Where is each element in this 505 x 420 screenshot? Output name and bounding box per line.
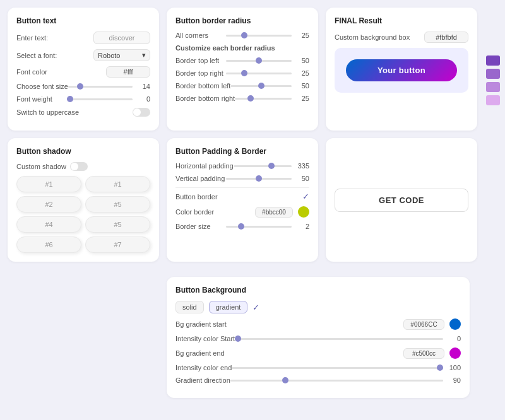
final-result-title: FINAL Result	[335, 16, 468, 25]
intensity-end-slider[interactable]	[232, 367, 443, 369]
enter-text-label: Enter text:	[16, 34, 67, 42]
vertical-padding-value: 50	[295, 175, 309, 182]
color-border-value[interactable]: #bbcc00	[255, 207, 293, 218]
color-border-row: Color border #bbcc00	[175, 206, 309, 218]
bg-gradient-end-row: Bg gradient end #c500cc	[175, 347, 461, 359]
font-weight-label: Font weight	[16, 95, 67, 103]
intensity-end-value: 100	[447, 364, 461, 371]
bg-gradient-end-label: Bg gradient end	[175, 349, 226, 357]
top-left-label: Border top left	[175, 57, 226, 64]
custom-bg-label: Custom background box	[335, 33, 410, 41]
font-color-row: Font color #fff	[16, 66, 150, 78]
border-size-value: 2	[295, 223, 309, 230]
shadow-preset-4[interactable]: #5	[85, 196, 150, 213]
top-right-value: 25	[295, 69, 309, 77]
swatch-pink[interactable]	[486, 95, 500, 105]
shadow-preset-6[interactable]: #5	[85, 216, 150, 233]
bg-gradient-start-dot[interactable]	[449, 318, 461, 330]
font-select-row: Select a font: Roboto ▾	[16, 49, 150, 61]
button-border-check[interactable]: ✓	[302, 192, 309, 201]
bottom-left-row: Border bottom left 50	[175, 82, 309, 90]
padding-border-card: Button Padding & Border Horizontal paddi…	[167, 138, 318, 262]
bottom-right-row: Border bottom right 25	[175, 95, 309, 102]
chevron-down-icon: ▾	[142, 51, 146, 59]
border-size-slider[interactable]	[226, 226, 292, 228]
custom-shadow-row: Custom shadow	[16, 162, 150, 171]
bg-gradient-start-label: Bg gradient start	[175, 320, 227, 328]
uppercase-toggle[interactable]	[133, 108, 150, 117]
gradient-check: ✓	[252, 303, 259, 312]
button-text-card: Button text Enter text: Select a font: R…	[8, 8, 159, 131]
border-size-label: Border size	[175, 223, 226, 230]
color-border-label: Color border	[175, 208, 226, 216]
bg-gradient-end-dot[interactable]	[449, 347, 461, 359]
final-result-card: FINAL Result Custom background box #fbfb…	[326, 8, 477, 131]
horizontal-padding-label: Horizontal padding	[175, 162, 234, 170]
intensity-end-label: Intensity color end	[175, 364, 232, 371]
border-size-row: Border size 2	[175, 223, 309, 230]
shadow-preset-2[interactable]: #1	[85, 176, 150, 192]
bg-gradient-end-value[interactable]: #c500cc	[403, 348, 444, 359]
font-size-row: Choose font size 14	[16, 83, 150, 90]
button-background-title: Button Background	[175, 286, 461, 295]
shadow-preset-8[interactable]: #7	[85, 236, 150, 253]
bottom-right-label: Border bottom right	[175, 95, 235, 102]
font-weight-row: Font weight 0	[16, 95, 150, 103]
button-background-card: Button Background solid gradient ✓ Bg gr…	[167, 277, 470, 398]
color-border-input-group: #bbcc00	[255, 206, 309, 218]
shadow-presets-grid: #1 #1 #2 #5 #4 #5 #6 #7	[16, 176, 150, 253]
horizontal-padding-value: 335	[295, 162, 309, 170]
font-weight-slider[interactable]	[67, 98, 133, 100]
swatch-light-purple[interactable]	[486, 82, 500, 92]
shadow-preset-5[interactable]: #4	[16, 216, 81, 233]
top-right-slider[interactable]	[226, 73, 292, 74]
intensity-start-row: Intensity color Start 0	[175, 335, 461, 342]
top-left-value: 50	[295, 57, 309, 64]
gradient-type-btn[interactable]: gradient	[209, 301, 248, 313]
font-select-label: Select a font:	[16, 52, 67, 59]
bg-gradient-start-group: #0066CC	[403, 318, 461, 330]
preview-box: Your button	[335, 48, 468, 93]
solid-type-btn[interactable]: solid	[175, 301, 204, 313]
button-border-row: Button border ✓	[175, 192, 309, 201]
intensity-start-slider[interactable]	[235, 338, 443, 340]
color-border-dot[interactable]	[298, 206, 309, 218]
vertical-padding-label: Vertical padding	[175, 175, 226, 182]
intensity-end-row: Intensity color end 100	[175, 364, 461, 371]
bg-gradient-end-group: #c500cc	[403, 347, 461, 359]
font-size-value: 14	[136, 83, 150, 90]
all-corners-row: All corners 25	[175, 32, 309, 39]
top-left-slider[interactable]	[226, 60, 292, 62]
shadow-preset-1[interactable]: #1	[16, 176, 81, 192]
all-corners-slider[interactable]	[226, 35, 292, 37]
bg-type-row: solid gradient ✓	[175, 301, 461, 313]
intensity-start-value: 0	[447, 335, 461, 342]
vertical-padding-slider[interactable]	[226, 178, 292, 180]
swatch-purple[interactable]	[486, 55, 500, 66]
shadow-preset-7[interactable]: #6	[16, 236, 81, 253]
get-code-button[interactable]: GET CODE	[335, 189, 468, 212]
custom-shadow-toggle[interactable]	[70, 162, 88, 171]
font-select-dropdown[interactable]: Roboto ▾	[93, 49, 150, 61]
font-size-slider[interactable]	[68, 86, 133, 88]
bg-gradient-start-value[interactable]: #0066CC	[403, 319, 444, 330]
uppercase-label: Switch to uppercase	[16, 108, 79, 116]
button-text-title: Button text	[16, 16, 150, 25]
custom-bg-value[interactable]: #fbfbfd	[424, 32, 468, 43]
font-color-value[interactable]: #fff	[106, 66, 150, 78]
enter-text-input[interactable]	[93, 32, 150, 44]
gradient-direction-label: Gradient direction	[175, 376, 230, 384]
horizontal-padding-slider[interactable]	[234, 165, 292, 167]
uppercase-row: Switch to uppercase	[16, 108, 150, 117]
bottom-left-slider[interactable]	[230, 85, 292, 87]
swatches-sidebar	[486, 55, 500, 105]
horizontal-padding-row: Horizontal padding 335	[175, 162, 309, 170]
gradient-direction-slider[interactable]	[230, 380, 443, 382]
bottom-right-slider[interactable]	[235, 98, 292, 100]
font-color-label: Font color	[16, 68, 67, 76]
preview-button[interactable]: Your button	[346, 59, 457, 81]
shadow-preset-3[interactable]: #2	[16, 196, 81, 213]
bg-gradient-start-row: Bg gradient start #0066CC	[175, 318, 461, 330]
top-right-row: Border top right 25	[175, 69, 309, 77]
swatch-medium-purple[interactable]	[486, 69, 500, 79]
